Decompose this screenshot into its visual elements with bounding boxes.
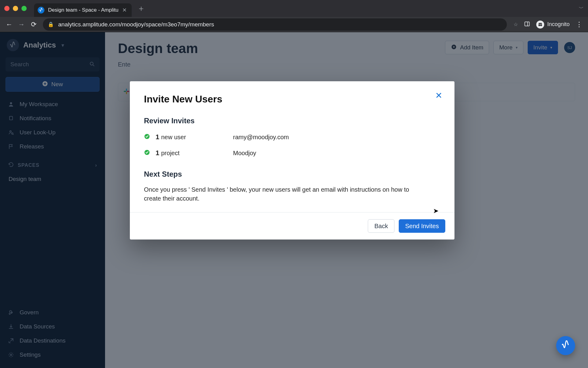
review-label: new user [161, 134, 230, 141]
modal-close-button[interactable]: ✕ [435, 90, 442, 101]
chrome-menu-icon[interactable]: ⋮ [576, 21, 582, 29]
svg-rect-0 [525, 22, 529, 26]
invite-users-modal: ✕ Invite New Users Review Invites 1 new … [130, 81, 454, 240]
window-controls [4, 6, 27, 11]
reload-button[interactable]: ⟳ [28, 18, 40, 31]
window-minimize-icon[interactable] [13, 6, 18, 11]
modal-title: Invite New Users [144, 94, 440, 105]
incognito-indicator[interactable]: Incognito [536, 21, 570, 29]
tab-search-chevron-icon[interactable]: ﹀ [579, 5, 584, 12]
bookmark-star-icon[interactable]: ☆ [514, 21, 518, 27]
incognito-label: Incognito [547, 21, 570, 28]
svg-point-3 [540, 24, 542, 26]
check-circle-icon [144, 149, 152, 157]
review-label: project [161, 150, 230, 157]
browser-toolbar: ← → ⟳ 🔒 analytics.amplitude.com/moodjoy/… [0, 17, 588, 32]
send-invites-label: Send Invites [405, 223, 439, 230]
new-tab-button[interactable]: ＋ [137, 3, 145, 14]
browser-tab[interactable]: Design team - Space - Amplitu ✕ [34, 3, 132, 17]
tab-title: Design team - Space - Amplitu [48, 7, 119, 13]
send-invites-button[interactable]: Send Invites [399, 219, 445, 233]
incognito-icon [536, 21, 544, 29]
check-circle-icon [144, 133, 152, 141]
browser-tabstrip: Design team - Space - Amplitu ✕ ＋ ﹀ [0, 0, 588, 17]
amplitude-glyph-icon [561, 340, 570, 351]
review-row-user: 1 new user ramy@moodjoy.com [144, 133, 440, 141]
review-invites-heading: Review Invites [144, 117, 440, 125]
back-button[interactable]: Back [368, 219, 394, 233]
forward-button[interactable]: → [15, 18, 28, 31]
review-value: ramy@moodjoy.com [233, 134, 289, 141]
review-value: Moodjoy [233, 150, 256, 157]
url-text: analytics.amplitude.com/moodjoy/space/m3… [58, 21, 214, 28]
back-label: Back [374, 223, 388, 230]
svg-point-2 [538, 24, 540, 26]
panel-icon[interactable] [524, 21, 530, 28]
next-steps-text: Once you press ' Send Invites ' below, y… [144, 185, 423, 203]
review-row-project: 1 project Moodjoy [144, 149, 440, 157]
review-count: 1 [156, 133, 159, 141]
help-bubble-button[interactable] [556, 336, 575, 355]
lock-icon: 🔒 [48, 21, 54, 27]
modal-footer: Back Send Invites [130, 212, 454, 240]
window-close-icon[interactable] [4, 6, 9, 11]
back-button[interactable]: ← [3, 18, 15, 31]
window-zoom-icon[interactable] [21, 6, 27, 11]
amplitude-favicon-icon [38, 7, 44, 13]
review-count: 1 [156, 149, 159, 157]
next-steps-heading: Next Steps [144, 170, 440, 178]
tab-close-icon[interactable]: ✕ [122, 7, 127, 13]
address-bar[interactable]: 🔒 analytics.amplitude.com/moodjoy/space/… [43, 18, 507, 31]
